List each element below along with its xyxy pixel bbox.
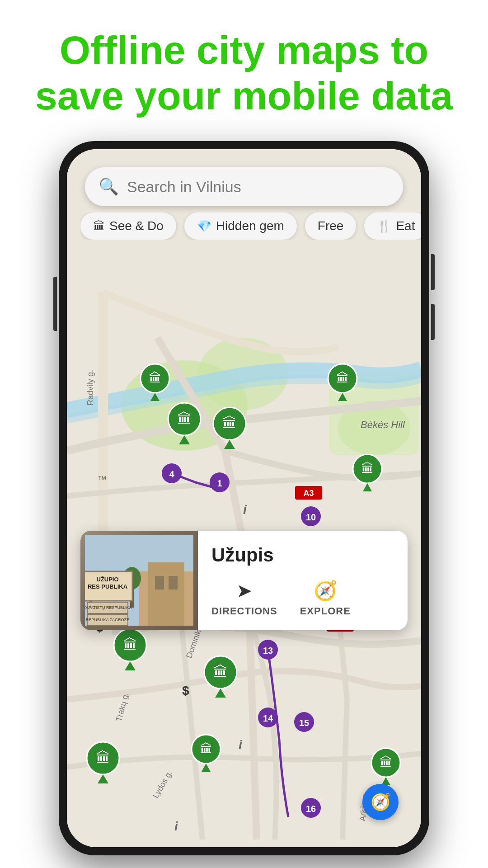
headline: Offline city maps to save your mobile da…: [27, 27, 461, 118]
chip-free[interactable]: Free: [305, 212, 357, 240]
svg-marker-40: [215, 689, 226, 698]
chip-free-label: Free: [318, 219, 344, 233]
popup-actions: ➤ DIRECTIONS 🧭 EXPLORE: [211, 580, 394, 617]
explore-icon: 🧭: [314, 580, 337, 602]
volume-down-button[interactable]: [431, 304, 435, 340]
svg-text:10: 10: [306, 512, 316, 522]
compass-button[interactable]: 🧭: [362, 784, 399, 820]
svg-text:🏛: 🏛: [380, 755, 392, 769]
popup-photo-svg: UŽUPIO RES PUBLIKA ZAPATISTŲ RESPUBLIKA …: [85, 535, 193, 626]
svg-text:14: 14: [263, 713, 273, 723]
svg-text:$: $: [182, 684, 189, 698]
popup-info: Užupis ➤ DIRECTIONS 🧭 EXPLORE: [198, 531, 408, 630]
directions-icon: ➤: [236, 580, 252, 602]
svg-text:🏛: 🏛: [213, 664, 228, 680]
svg-text:i: i: [243, 503, 247, 517]
svg-marker-46: [202, 764, 211, 772]
popup-image: UŽUPIO RES PUBLIKA ZAPATISTŲ RESPUBLIKA …: [80, 531, 198, 630]
svg-text:13: 13: [263, 646, 273, 656]
explore-label: EXPLORE: [300, 605, 351, 617]
svg-marker-43: [98, 774, 108, 783]
svg-text:🏛: 🏛: [149, 371, 161, 385]
search-placeholder: Search in Vilnius: [127, 178, 241, 196]
chip-hidden-gem[interactable]: 💎 Hidden gem: [184, 212, 297, 240]
directions-action[interactable]: ➤ DIRECTIONS: [211, 580, 277, 617]
map-svg: A3 A3 Békés Hill Radvily g. Dominikony g…: [67, 149, 421, 847]
svg-rect-66: [148, 562, 184, 626]
volume-up-button[interactable]: [431, 254, 435, 290]
map-background: A3 A3 Békés Hill Radvily g. Dominikony g…: [67, 149, 421, 847]
svg-text:🏛: 🏛: [336, 371, 349, 385]
svg-text:1: 1: [217, 478, 222, 488]
svg-text:ZAPATISTŲ RESPUBLIKA: ZAPATISTŲ RESPUBLIKA: [85, 605, 132, 610]
svg-text:Békés Hill: Békés Hill: [361, 419, 405, 430]
svg-text:🏛: 🏛: [123, 637, 137, 653]
svg-marker-37: [125, 661, 136, 670]
svg-text:🏛: 🏛: [200, 742, 212, 756]
museum-icon: 🏛: [93, 219, 105, 233]
svg-text:i: i: [174, 819, 178, 833]
chip-hidden-gem-label: Hidden gem: [216, 219, 284, 233]
svg-marker-31: [224, 440, 235, 449]
filter-bar: 🏛 See & Do 💎 Hidden gem Free 🍴 Eat 👜 Sh.…: [80, 212, 421, 240]
popup-title: Užupis: [211, 544, 394, 566]
svg-text:RES PUBLIKA: RES PUBLIKA: [88, 583, 128, 590]
location-popup: UŽUPIO RES PUBLIKA ZAPATISTŲ RESPUBLIKA …: [80, 531, 408, 630]
svg-text:A3: A3: [303, 489, 314, 498]
svg-text:™: ™: [98, 474, 107, 484]
svg-text:🏛: 🏛: [361, 462, 374, 476]
popup-image-content: UŽUPIO RES PUBLIKA ZAPATISTŲ RESPUBLIKA …: [80, 531, 198, 630]
fork-icon: 🍴: [377, 219, 391, 233]
gem-icon: 💎: [197, 219, 211, 233]
header: Offline city maps to save your mobile da…: [0, 0, 488, 137]
chip-eat-label: Eat: [396, 219, 415, 233]
search-bar[interactable]: 🔍 Search in Vilnius: [85, 167, 403, 206]
svg-text:🏛: 🏛: [177, 410, 192, 427]
chip-eat[interactable]: 🍴 Eat: [364, 212, 421, 240]
svg-rect-67: [155, 576, 164, 590]
svg-text:16: 16: [306, 804, 316, 814]
explore-action[interactable]: 🧭 EXPLORE: [300, 580, 351, 617]
power-button[interactable]: [53, 277, 57, 331]
directions-label: DIRECTIONS: [211, 605, 277, 617]
svg-text:15: 15: [299, 718, 309, 728]
svg-rect-68: [169, 576, 178, 590]
compass-icon: 🧭: [371, 793, 391, 811]
svg-text:i: i: [239, 738, 243, 752]
headline-line2: save your mobile data: [35, 73, 453, 118]
svg-text:🏛: 🏛: [96, 750, 110, 766]
chip-see-do-label: See & Do: [109, 219, 164, 233]
chip-see-do[interactable]: 🏛 See & Do: [80, 212, 176, 240]
svg-text:4: 4: [169, 469, 174, 479]
headline-line1: Offline city maps to: [60, 28, 429, 72]
svg-text:REPUBLIKA ZAGROŻE: REPUBLIKA ZAGROŻE: [86, 618, 129, 622]
svg-text:Radvily g.: Radvily g.: [86, 370, 95, 406]
phone-frame: A3 A3 Békés Hill Radvily g. Dominikony g…: [59, 141, 429, 855]
phone-screen: A3 A3 Békés Hill Radvily g. Dominikony g…: [67, 149, 421, 847]
search-icon: 🔍: [99, 177, 119, 196]
svg-marker-34: [363, 483, 372, 491]
svg-text:Lydos g.: Lydos g.: [151, 769, 174, 800]
svg-text:UŽUPIO: UŽUPIO: [96, 576, 118, 583]
svg-text:🏛: 🏛: [222, 415, 237, 431]
phone-wrapper: A3 A3 Békés Hill Radvily g. Dominikony g…: [0, 141, 488, 855]
